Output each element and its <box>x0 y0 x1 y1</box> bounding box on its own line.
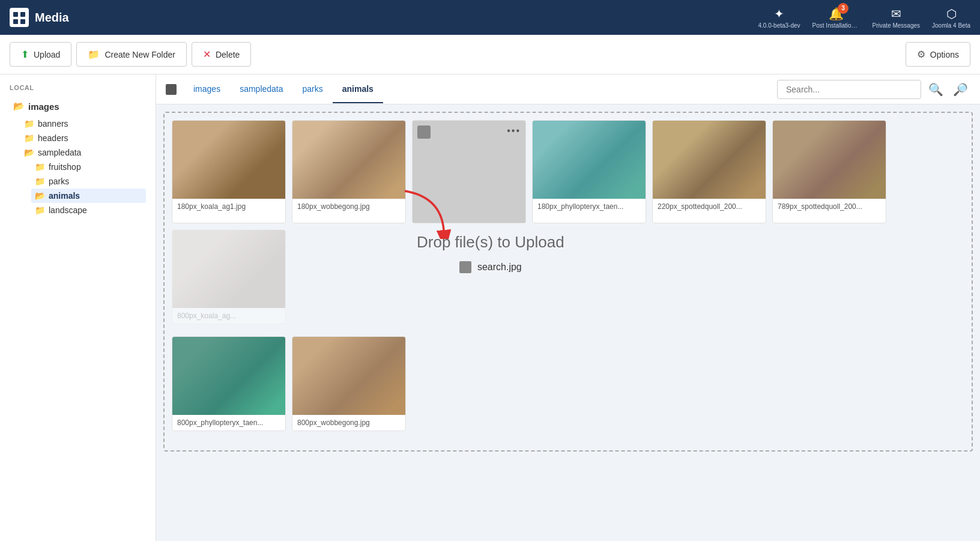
file-grid-wrapper: 180px_koala_ag1.jpg 180px_wobbegong.jpg … <box>156 104 980 541</box>
file-thumbnail <box>653 121 766 199</box>
navbar-actions: ✦ 4.0.0-beta3-dev 🔔 3 Post Installation … <box>758 7 970 29</box>
sidebar-item-label: sampledata <box>38 148 81 157</box>
file-item[interactable]: 180px_wobbegong.jpg <box>292 120 406 223</box>
file-name: 180px_wobbegong.jpg <box>292 199 405 214</box>
file-item[interactable]: 800px_phyllopteryx_taen... <box>172 336 286 431</box>
file-name: 789px_spottedquoll_200... <box>773 199 886 214</box>
tab-animals-label: animals <box>342 84 374 94</box>
svg-rect-1 <box>20 12 25 17</box>
folder-icon: 📁 <box>24 133 34 143</box>
search-container: 🔍 🔎 <box>777 80 970 99</box>
post-installation-label: Post Installation ... <box>812 22 861 29</box>
tab-parks-label: parks <box>303 84 323 94</box>
sidebar-sampledata-children: 📁 fruitshop 📁 parks 📂 animals 📁 landscap… <box>20 160 146 217</box>
upload-icon: ⬆ <box>21 49 29 60</box>
drop-overlay: Drop file(s) to Upload search.jpg <box>417 233 564 273</box>
file-name: 220px_spottedquoll_200... <box>653 199 766 214</box>
file-item[interactable]: 180px_phyllopteryx_taen... <box>532 120 646 223</box>
upload-label: Upload <box>34 50 60 59</box>
brand-icon <box>10 8 29 27</box>
file-item[interactable]: 180px_koala_ag1.jpg <box>172 120 286 223</box>
file-name: 180px_koala_ag1.jpg <box>172 199 285 214</box>
folder-open-icon: 📂 <box>35 191 45 201</box>
private-messages-button[interactable]: ✉ Private Messages <box>873 7 920 29</box>
file-checkbox[interactable] <box>417 125 431 139</box>
tab-images[interactable]: images <box>184 76 230 103</box>
upload-button[interactable]: ⬆ Upload <box>10 42 71 67</box>
file-thumbnail <box>172 230 285 308</box>
file-name: 180px_phyllopteryx_taen... <box>533 199 646 214</box>
toolbar: ⬆ Upload 📁 Create New Folder ✕ Delete ⚙ … <box>0 35 980 74</box>
search-button[interactable]: 🔍 <box>926 80 946 99</box>
bell-icon: 🔔 3 <box>829 7 844 21</box>
file-name: 800px_phyllopteryx_taen... <box>172 415 285 431</box>
create-folder-button[interactable]: 📁 Create New Folder <box>76 42 187 67</box>
content-area: images sampledata parks animals 🔍 🔎 <box>156 74 980 541</box>
version-label: 4.0.0-beta3-dev <box>758 22 800 29</box>
svg-rect-3 <box>20 19 25 24</box>
drop-file-name: search.jpg <box>477 262 522 273</box>
search-input[interactable] <box>777 80 921 99</box>
folder-open-icon: 📂 <box>24 148 34 157</box>
zoom-icon: 🔎 <box>953 83 968 96</box>
svg-rect-0 <box>13 12 18 17</box>
joomla-beta-label: Joomla 4 Beta <box>932 22 970 29</box>
search-icon: 🔍 <box>928 83 943 96</box>
file-grid-row2: 800px_phyllopteryx_taen... 800px_wobbego… <box>172 336 964 431</box>
svg-rect-2 <box>13 19 18 24</box>
sidebar-item-label: headers <box>38 133 68 143</box>
create-folder-label: Create New Folder <box>104 50 175 59</box>
joomla-beta-button[interactable]: ⬡ Joomla 4 Beta <box>932 7 970 29</box>
file-item[interactable]: 800px_wobbegong.jpg <box>292 336 406 431</box>
file-menu-dots[interactable]: ••• <box>507 125 521 136</box>
private-messages-label: Private Messages <box>873 22 920 29</box>
drop-file-icon <box>459 261 471 273</box>
notification-badge: 3 <box>838 3 848 14</box>
post-installation-button[interactable]: 🔔 3 Post Installation ... <box>812 7 861 29</box>
options-label: Options <box>930 50 959 59</box>
tab-sampledata[interactable]: sampledata <box>230 76 292 103</box>
tab-parks[interactable]: parks <box>293 76 333 103</box>
sidebar-item-label: landscape <box>49 205 87 215</box>
sidebar-item-images-root[interactable]: 📂 images <box>10 98 146 114</box>
main-layout: LOCAL 📂 images 📁 banners 📁 headers 📂 sam… <box>0 74 980 541</box>
select-all-checkbox[interactable] <box>166 84 177 95</box>
delete-button[interactable]: ✕ Delete <box>192 42 251 67</box>
drop-arrow <box>393 185 465 239</box>
sidebar-item-sampledata[interactable]: 📂 sampledata <box>20 145 146 160</box>
delete-label: Delete <box>216 50 240 59</box>
tab-animals[interactable]: animals <box>333 76 383 103</box>
file-thumbnail <box>172 337 285 415</box>
version-info[interactable]: ✦ 4.0.0-beta3-dev <box>758 7 800 29</box>
folder-icon: 📁 <box>35 162 45 172</box>
sidebar-item-label: parks <box>49 177 69 186</box>
folder-icon: 📁 <box>35 205 45 215</box>
sidebar: LOCAL 📂 images 📁 banners 📁 headers 📂 sam… <box>0 74 156 541</box>
file-name: 800px_koala_ag... <box>172 308 285 324</box>
sidebar-item-landscape[interactable]: 📁 landscape <box>31 203 146 217</box>
file-item[interactable]: 789px_spottedquoll_200... <box>772 120 886 223</box>
gear-icon: ⚙ <box>917 49 925 60</box>
sidebar-tree: 📁 banners 📁 headers 📂 sampledata 📁 fruit… <box>10 116 146 217</box>
sidebar-item-banners[interactable]: 📁 banners <box>20 116 146 131</box>
sidebar-item-animals[interactable]: 📂 animals <box>31 189 146 203</box>
file-thumbnail <box>172 121 285 199</box>
sidebar-item-fruitshop[interactable]: 📁 fruitshop <box>31 160 146 174</box>
file-item[interactable]: 800px_koala_ag... <box>172 229 286 324</box>
sidebar-item-headers[interactable]: 📁 headers <box>20 131 146 145</box>
zoom-button[interactable]: 🔎 <box>951 80 970 99</box>
sidebar-item-parks[interactable]: 📁 parks <box>31 174 146 189</box>
folder-plus-icon: 📁 <box>88 49 100 60</box>
file-grid: 180px_koala_ag1.jpg 180px_wobbegong.jpg … <box>172 120 964 324</box>
sidebar-item-label: banners <box>38 119 68 128</box>
tab-sampledata-label: sampledata <box>240 84 283 94</box>
drop-zone[interactable]: 180px_koala_ag1.jpg 180px_wobbegong.jpg … <box>163 112 973 452</box>
joomla-icon: ✦ <box>774 7 784 21</box>
file-item[interactable]: 220px_spottedquoll_200... <box>652 120 766 223</box>
folder-icon: 📁 <box>24 119 34 128</box>
options-button[interactable]: ⚙ Options <box>906 42 970 67</box>
folder-icon: 📁 <box>35 177 45 186</box>
external-link-icon: ⬡ <box>946 7 957 21</box>
file-thumbnail <box>773 121 886 199</box>
tab-images-label: images <box>193 84 220 94</box>
